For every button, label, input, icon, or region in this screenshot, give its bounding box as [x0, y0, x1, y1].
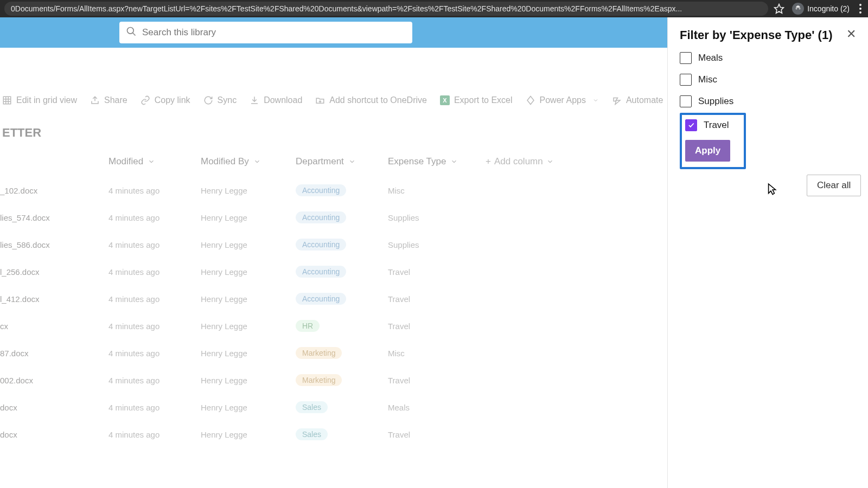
filter-option-travel[interactable]: Travel: [685, 119, 741, 131]
modified-by-cell: Henry Legge: [201, 322, 296, 331]
search-box[interactable]: [119, 22, 412, 43]
close-button[interactable]: ✕: [846, 28, 856, 40]
table-row[interactable]: lies_586.docx 4 minutes ago Henry Legge …: [0, 231, 662, 258]
chevron-down-icon: [148, 158, 155, 165]
modified-cell: 4 minutes ago: [108, 267, 201, 277]
filter-option-meals[interactable]: Meals: [680, 52, 856, 64]
file-name: 87.docx: [0, 349, 108, 358]
col-modified[interactable]: Modified: [108, 156, 201, 167]
modified-by-cell: Henry Legge: [201, 376, 296, 385]
col-department[interactable]: Department: [296, 156, 388, 167]
checkbox-checked-icon: [685, 119, 697, 131]
expense-type-cell: Supplies: [388, 240, 486, 249]
file-name: l_412.docx: [0, 294, 108, 304]
automate-button[interactable]: Automate: [612, 95, 676, 105]
table-row[interactable]: _102.docx 4 minutes ago Henry Legge Acco…: [0, 177, 662, 204]
modified-by-cell: Henry Legge: [201, 240, 296, 249]
copy-link-button[interactable]: Copy link: [141, 95, 190, 105]
flow-icon: [612, 95, 622, 105]
expense-type-cell: Supplies: [388, 213, 486, 222]
share-button[interactable]: Share: [90, 95, 127, 105]
sync-button[interactable]: Sync: [203, 95, 237, 105]
modified-cell: 4 minutes ago: [108, 213, 201, 222]
department-cell: Marketing: [296, 347, 388, 359]
table-row[interactable]: 002.docx 4 minutes ago Henry Legge Marke…: [0, 367, 662, 394]
col-modified-label: Modified: [108, 156, 143, 167]
department-cell: Accounting: [296, 293, 388, 305]
apply-button[interactable]: Apply: [685, 140, 730, 162]
clear-all-button[interactable]: Clear all: [807, 175, 861, 196]
chevron-down-icon: [253, 158, 261, 165]
department-pill: Accounting: [296, 293, 346, 305]
edit-grid-button[interactable]: Edit in grid view: [2, 95, 77, 105]
sync-icon: [203, 95, 213, 105]
table-row[interactable]: l_412.docx 4 minutes ago Henry Legge Acc…: [0, 285, 662, 312]
export-excel-button[interactable]: X Export to Excel: [440, 95, 513, 105]
file-name: docx: [0, 403, 108, 412]
url-bar[interactable]: 0Documents/Forms/AllItems.aspx?newTarget…: [4, 2, 768, 16]
browser-icons: Incognito (2): [774, 3, 864, 15]
incognito-badge[interactable]: Incognito (2): [792, 3, 850, 15]
modified-by-cell: Henry Legge: [201, 213, 296, 222]
department-pill: Marketing: [296, 347, 342, 359]
svg-line-2: [133, 33, 136, 36]
add-shortcut-button[interactable]: Add shortcut to OneDrive: [315, 95, 427, 105]
department-cell: Sales: [296, 428, 388, 440]
checkbox-icon: [680, 52, 692, 64]
modified-cell: 4 minutes ago: [108, 376, 201, 385]
checkbox-icon: [680, 95, 692, 107]
shortcut-label: Add shortcut to OneDrive: [329, 95, 427, 105]
modified-cell: 4 minutes ago: [108, 322, 201, 331]
star-icon[interactable]: [774, 3, 784, 14]
excel-label: Export to Excel: [454, 95, 513, 105]
url-text: 0Documents/Forms/AllItems.aspx?newTarget…: [11, 4, 682, 13]
expense-type-cell: Travel: [388, 267, 486, 277]
svg-marker-0: [775, 4, 784, 14]
modified-by-cell: Henry Legge: [201, 349, 296, 358]
add-column-label: Add column: [494, 156, 543, 167]
col-expense-type-label: Expense Type: [388, 156, 446, 167]
expense-type-cell: Travel: [388, 322, 486, 331]
department-cell: Sales: [296, 401, 388, 413]
file-name: cx: [0, 322, 108, 331]
browser-menu-icon[interactable]: [857, 4, 864, 14]
col-expense-type[interactable]: Expense Type: [388, 156, 486, 167]
modified-by-cell: Henry Legge: [201, 403, 296, 412]
folder-plus-icon: [315, 95, 325, 105]
download-label: Download: [264, 95, 302, 105]
expense-type-cell: Travel: [388, 430, 486, 439]
department-pill: Accounting: [296, 211, 346, 223]
table-header: Modified Modified By Department Expense …: [0, 156, 662, 177]
close-icon: ✕: [846, 27, 856, 41]
col-modified-by[interactable]: Modified By: [201, 156, 296, 167]
department-pill: Accounting: [296, 239, 346, 251]
expense-type-cell: Travel: [388, 376, 486, 385]
link-icon: [141, 95, 150, 105]
document-table: Modified Modified By Department Expense …: [0, 156, 662, 448]
filter-option-misc[interactable]: Misc: [680, 74, 856, 86]
table-row[interactable]: docx 4 minutes ago Henry Legge Sales Mea…: [0, 394, 662, 421]
checkbox-icon: [680, 74, 692, 86]
table-row[interactable]: cx 4 minutes ago Henry Legge HR Travel: [0, 312, 662, 339]
table-row[interactable]: lies_574.docx 4 minutes ago Henry Legge …: [0, 204, 662, 231]
filter-option-label: Misc: [698, 74, 717, 85]
download-button[interactable]: Download: [250, 95, 302, 105]
svg-rect-3: [3, 97, 11, 104]
department-pill: Sales: [296, 401, 328, 413]
modified-cell: 4 minutes ago: [108, 430, 201, 439]
filter-option-supplies[interactable]: Supplies: [680, 95, 856, 107]
table-row[interactable]: 87.docx 4 minutes ago Henry Legge Market…: [0, 339, 662, 367]
power-apps-button[interactable]: Power Apps: [526, 95, 599, 105]
table-row[interactable]: docx 4 minutes ago Henry Legge Sales Tra…: [0, 421, 662, 448]
browser-chrome: 0Documents/Forms/AllItems.aspx?newTarget…: [0, 0, 868, 17]
department-pill: Sales: [296, 428, 328, 440]
search-input[interactable]: [142, 27, 406, 38]
department-pill: Marketing: [296, 374, 342, 386]
add-column-button[interactable]: + Add column: [486, 156, 594, 167]
modified-cell: 4 minutes ago: [108, 403, 201, 412]
table-row[interactable]: l_256.docx 4 minutes ago Henry Legge Acc…: [0, 258, 662, 285]
department-cell: Accounting: [296, 266, 388, 278]
filter-option-label: Travel: [704, 120, 729, 131]
department-cell: HR: [296, 320, 388, 332]
copy-link-label: Copy link: [155, 95, 190, 105]
